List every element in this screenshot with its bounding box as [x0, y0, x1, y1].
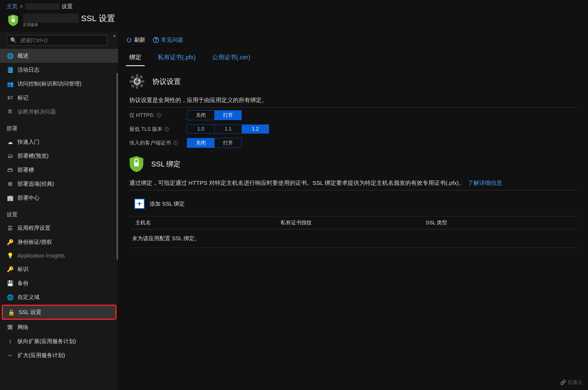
collapse-icon[interactable]: «: [113, 33, 116, 39]
tab-1[interactable]: 私有证书(.pfx): [155, 50, 199, 66]
svg-rect-2: [136, 74, 138, 77]
ssl-binding-table: 主机名 私有证书指纹 SSL 类型 未为该应用配置 SSL 绑定。: [129, 216, 577, 248]
scaleup-icon: ↕: [7, 338, 14, 344]
sidebar-item-log[interactable]: 📘活动日志: [0, 63, 118, 77]
sidebar-item-appset[interactable]: ☰应用程序设置: [0, 221, 118, 235]
sidebar-item-label: 扩大(应用服务计划): [18, 352, 65, 359]
sidebar-item-globe[interactable]: 🌐概述: [0, 49, 118, 63]
svg-rect-9: [131, 84, 135, 88]
min-tls-segmented[interactable]: 1.01.11.2: [187, 125, 269, 134]
watermark: 🔗亿速云: [560, 379, 583, 386]
info-icon[interactable]: i: [165, 127, 169, 131]
domain-icon: 🌐: [7, 294, 14, 301]
min-tls-label: 最低 TLS 版本 i: [129, 126, 187, 133]
sidebar-item-label: 部署选项(经典): [18, 180, 54, 188]
col-thumbprint: 私有证书指纹: [281, 219, 426, 226]
search-icon: 🔍: [10, 37, 17, 44]
svg-rect-7: [140, 84, 144, 87]
https-only-off[interactable]: 关闭: [187, 111, 214, 120]
client-cert-toggle[interactable]: 关闭 打开: [187, 138, 242, 148]
appset-icon: ☰: [7, 225, 14, 231]
sidebar-item-ssl[interactable]: 🔒SSL 设置: [2, 305, 116, 320]
sidebar-item-label: 备份: [18, 279, 28, 287]
tab-2[interactable]: 公用证书(.cer): [209, 50, 253, 66]
sidebar-item-bulb[interactable]: 💡Application Insights: [0, 249, 118, 262]
sidebar-item-label: 活动日志: [18, 66, 39, 74]
refresh-button[interactable]: 刷新: [126, 36, 145, 44]
breadcrumb-home[interactable]: 主页: [7, 3, 18, 10]
client-cert-label: 传入的客户端证书 i: [129, 139, 187, 146]
tabs: 绑定私有证书(.pfx)公用证书(.cer): [118, 47, 588, 66]
slots-icon: 🗂: [7, 153, 14, 159]
scrollbar[interactable]: [116, 73, 118, 259]
tls-opt-1-0[interactable]: 1.0: [187, 125, 214, 133]
https-only-toggle[interactable]: 关闭 打开: [187, 110, 242, 120]
sidebar-item-domain[interactable]: 🌐自定义域: [0, 290, 118, 304]
sidebar-item-key[interactable]: 🔑身份验证/授权: [0, 235, 118, 249]
breadcrumb: 主页 > 设置: [0, 0, 588, 12]
sidebar-item-scaleup[interactable]: ↕纵向扩展(应用服务计划): [0, 334, 118, 348]
key-icon: 🔑: [7, 239, 14, 245]
sidebar-item-label: 诊断并解决问题: [18, 108, 56, 115]
sidebar: « 🔍 🌐概述📘活动日志👥访问控制(标识和访问管理)🏷标记🛠诊断并解决问题 部署…: [0, 32, 118, 390]
sidebar-item-wrench[interactable]: 🛠诊断并解决问题: [0, 105, 118, 119]
sidebar-item-label: 应用程序设置: [18, 224, 50, 232]
sidebar-search[interactable]: 🔍: [7, 35, 107, 46]
slots2-icon: 🗃: [7, 167, 14, 173]
info-icon[interactable]: i: [173, 141, 178, 145]
sidebar-item-label: 访问控制(标识和访问管理): [18, 80, 81, 87]
sidebar-item-label: 概述: [18, 52, 28, 60]
tag-icon: 🏷: [7, 95, 14, 101]
sidebar-item-backup[interactable]: 💾备份: [0, 276, 118, 290]
sidebar-item-gear[interactable]: ⚙部署选项(经典): [0, 177, 118, 191]
gear-icon: [129, 74, 145, 89]
info-icon[interactable]: i: [157, 113, 161, 117]
sidebar-item-net[interactable]: 🕸网络: [0, 320, 118, 334]
refresh-icon: [126, 37, 132, 43]
sidebar-item-slots[interactable]: 🗂部署槽(预览): [0, 149, 118, 163]
shield-lock-icon: [129, 156, 144, 172]
learn-more-link[interactable]: 了解详细信息: [468, 180, 502, 186]
main-content: 刷新 ? 常见问题 绑定私有证书(.pfx)公用证书(.cer) 协议设置: [118, 32, 588, 390]
sidebar-item-label: 自定义域: [18, 293, 39, 301]
protocol-desc: 协议设置是全局性的，应用于由应用定义的所有绑定。: [129, 96, 577, 104]
shield-icon: [8, 15, 18, 26]
sidebar-item-label: 部署中心: [18, 194, 39, 202]
add-ssl-binding-label: 添加 SSL 绑定: [150, 200, 185, 208]
https-only-on[interactable]: 打开: [214, 111, 241, 120]
sidebar-item-label: Application Insights: [18, 253, 65, 259]
sidebar-item-label: 部署槽: [18, 166, 34, 174]
breadcrumb-sep: >: [20, 3, 23, 10]
svg-rect-3: [136, 86, 138, 89]
sidebar-item-slots2[interactable]: 🗃部署槽: [0, 163, 118, 177]
gear-icon: ⚙: [7, 181, 14, 187]
breadcrumb-current: 设置: [62, 3, 73, 10]
wrench-icon: 🛠: [7, 109, 14, 115]
sidebar-item-label: 纵向扩展(应用服务计划): [18, 338, 76, 345]
add-ssl-binding-button[interactable]: +: [134, 199, 145, 209]
col-ssl-type: SSL 类型: [426, 219, 571, 226]
svg-rect-5: [141, 80, 144, 83]
tls-opt-1-2[interactable]: 1.2: [242, 125, 269, 133]
iam-icon: 👥: [7, 81, 14, 87]
client-cert-on[interactable]: 打开: [214, 138, 241, 148]
globe-icon: 🌐: [7, 53, 14, 59]
tab-0[interactable]: 绑定: [126, 50, 145, 66]
group-settings-label: 设置: [0, 206, 118, 220]
faq-button[interactable]: ? 常见问题: [153, 36, 183, 44]
search-input[interactable]: [20, 37, 104, 44]
svg-rect-0: [12, 19, 15, 22]
sidebar-item-scaleout[interactable]: ↔扩大(应用服务计划): [0, 348, 118, 362]
sidebar-item-cloud[interactable]: ☁快速入门: [0, 135, 118, 149]
svg-rect-4: [130, 80, 133, 83]
sidebar-item-label: 部署槽(预览): [18, 152, 48, 160]
client-cert-off[interactable]: 关闭: [187, 138, 214, 148]
sidebar-item-label: 标识: [18, 265, 28, 273]
sidebar-item-center[interactable]: 🏢部署中心: [0, 191, 118, 205]
sidebar-item-label: 身份验证/授权: [18, 238, 52, 246]
sidebar-item-iam[interactable]: 👥访问控制(标识和访问管理): [0, 77, 118, 91]
protocol-section: 协议设置 协议设置是全局性的，应用于由应用定义的所有绑定。 仅 HTTPS: i…: [129, 74, 577, 148]
sidebar-item-key2[interactable]: 🔑标识: [0, 262, 118, 276]
sidebar-item-tag[interactable]: 🏷标记: [0, 91, 118, 105]
tls-opt-1-1[interactable]: 1.1: [214, 125, 241, 133]
